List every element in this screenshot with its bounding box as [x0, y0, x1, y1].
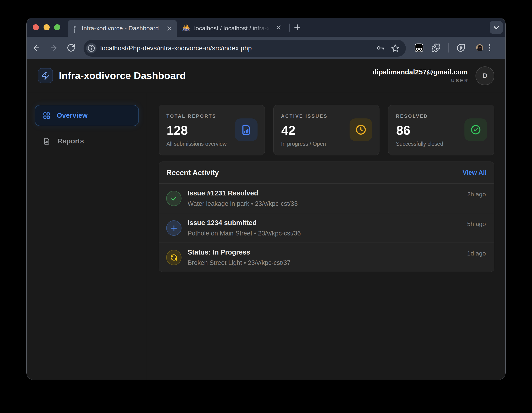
svg-text:PMA: PMA	[183, 28, 190, 31]
